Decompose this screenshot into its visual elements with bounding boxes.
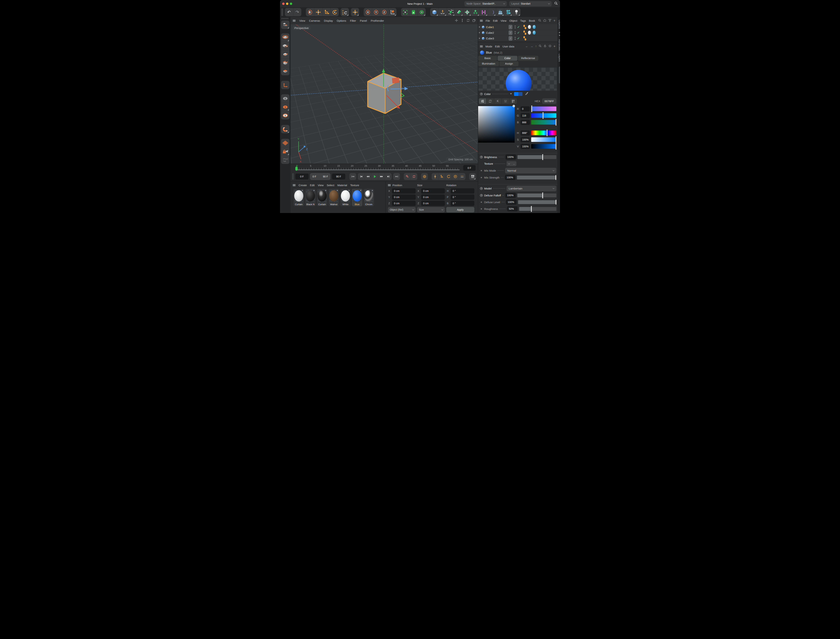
maximize-window-button[interactable] bbox=[290, 3, 292, 5]
viewport-menu-icon[interactable] bbox=[293, 20, 295, 22]
tab-illumination[interactable]: Illumination bbox=[478, 61, 499, 66]
object-manager-menu-icon[interactable] bbox=[480, 20, 483, 22]
defuse-falloff-radio[interactable] bbox=[480, 194, 483, 197]
position-z-field[interactable]: 0 cm bbox=[392, 201, 416, 206]
phong-tag-icon[interactable] bbox=[523, 30, 526, 35]
material-preview[interactable] bbox=[478, 68, 557, 91]
points-mode-button[interactable] bbox=[281, 50, 289, 59]
apply-button[interactable]: Apply bbox=[446, 207, 474, 213]
mixer-mode-button[interactable] bbox=[502, 98, 509, 104]
material-tile[interactable]: Black N bbox=[305, 189, 316, 206]
edge-mode-button[interactable] bbox=[281, 59, 289, 67]
size-x-field[interactable]: 0 cm bbox=[421, 188, 445, 194]
material-tile[interactable]: Curtain bbox=[294, 189, 304, 206]
material-tile-selected[interactable]: Blue bbox=[352, 189, 362, 206]
redo-button[interactable]: ↷ bbox=[293, 8, 301, 16]
add-field-button[interactable] bbox=[487, 8, 496, 16]
mix-strength-slider[interactable] bbox=[517, 176, 556, 180]
scroll-up-icon[interactable] bbox=[559, 32, 560, 33]
undo-button[interactable]: ↶ bbox=[285, 8, 293, 16]
3d-viewport[interactable]: Y Z X Perspective Grid Spacing: 100 cm bbox=[291, 24, 478, 164]
snap-off-button[interactable]: S bbox=[281, 94, 289, 103]
visibility-toggle[interactable]: / bbox=[508, 25, 513, 29]
g-value-field[interactable]: 118 bbox=[521, 113, 530, 118]
om-menu-view[interactable]: View bbox=[500, 19, 507, 22]
swatches-mode-button[interactable] bbox=[510, 98, 517, 104]
om-menu-book[interactable]: Book bbox=[529, 19, 535, 22]
v-slider[interactable] bbox=[531, 144, 556, 149]
record-rotation-button[interactable] bbox=[445, 173, 452, 180]
lock-z-axis-button[interactable]: Z bbox=[380, 8, 388, 16]
snap-on-button[interactable]: S bbox=[281, 103, 289, 111]
visibility-toggle[interactable]: / bbox=[508, 36, 513, 41]
play-button[interactable] bbox=[372, 173, 378, 180]
lock-icon[interactable] bbox=[544, 45, 546, 48]
toggle-viewport-icon[interactable] bbox=[472, 19, 476, 22]
picker-handle[interactable] bbox=[513, 105, 515, 107]
model-mode-button[interactable] bbox=[281, 33, 289, 42]
white-material-tag-icon[interactable] bbox=[528, 25, 531, 29]
tab-basic[interactable]: Basic bbox=[478, 56, 497, 61]
tab-assign[interactable]: Assign bbox=[500, 61, 518, 66]
s-value-field[interactable]: 100% bbox=[521, 137, 530, 142]
attr-menu-mode[interactable]: Mode bbox=[486, 45, 492, 48]
record-position-button[interactable] bbox=[432, 173, 438, 180]
color-picker-square[interactable] bbox=[478, 106, 514, 143]
blue-material-tag-icon[interactable] bbox=[533, 31, 536, 35]
attr-menu-edit[interactable]: Edit bbox=[495, 45, 500, 48]
add-deformer-button[interactable] bbox=[480, 8, 487, 16]
add-spline-pen-button[interactable] bbox=[438, 8, 446, 16]
viewport-menu-options[interactable]: Options bbox=[337, 19, 346, 22]
move-tool-button[interactable] bbox=[314, 8, 322, 16]
available-tools-button[interactable] bbox=[351, 8, 359, 16]
position-y-field[interactable]: 0 cm bbox=[392, 195, 416, 200]
om-menu-object[interactable]: Object bbox=[509, 19, 517, 22]
color-expand-icon[interactable] bbox=[510, 93, 512, 95]
position-x-field[interactable]: 0 cm bbox=[392, 188, 416, 194]
color-radio[interactable] bbox=[480, 93, 483, 95]
autokey-button[interactable] bbox=[404, 173, 411, 180]
add-camera-button[interactable] bbox=[504, 8, 512, 16]
nav-back-icon[interactable]: ← bbox=[526, 45, 528, 48]
h-value-field[interactable]: 888° bbox=[521, 130, 530, 135]
roughness-value-field[interactable]: 50% bbox=[507, 206, 518, 211]
white-material-tag-icon[interactable] bbox=[528, 31, 531, 35]
keying-settings-button[interactable] bbox=[421, 173, 428, 180]
open-timeline-button[interactable] bbox=[469, 173, 476, 180]
snap-settings-button[interactable]: S bbox=[281, 111, 289, 119]
attr-search-icon[interactable] bbox=[539, 45, 541, 48]
visibility-dots[interactable] bbox=[514, 31, 516, 34]
size-y-field[interactable]: 0 cm bbox=[421, 195, 445, 200]
lock-workplane-button[interactable] bbox=[281, 147, 289, 156]
phong-tag-icon[interactable] bbox=[523, 25, 526, 29]
hex-value-field[interactable]: 0076FF bbox=[542, 98, 556, 104]
transport-drag-handle[interactable] bbox=[292, 173, 294, 180]
om-menu-edit[interactable]: Edit bbox=[493, 19, 498, 22]
b-slider[interactable] bbox=[531, 120, 556, 124]
brightness-value-field[interactable]: 100% bbox=[505, 154, 516, 160]
range-slider[interactable]: 0 F 90 F bbox=[310, 173, 330, 180]
enabled-check-icon[interactable]: ✓ bbox=[517, 25, 520, 29]
r-value-field[interactable]: 0 bbox=[521, 106, 530, 111]
viewport-menu-panel[interactable]: Panel bbox=[360, 19, 367, 22]
model-dropdown[interactable]: Lambertain bbox=[507, 186, 556, 191]
sidebar-drag-handle[interactable] bbox=[282, 18, 289, 19]
add-plane-object-button[interactable] bbox=[455, 8, 463, 16]
attr-menu-userdata[interactable]: User data bbox=[502, 45, 514, 48]
rewind-button[interactable] bbox=[365, 173, 372, 180]
size-mode-dropdown[interactable]: Size bbox=[417, 207, 445, 213]
rotate-tool-button[interactable] bbox=[330, 8, 339, 16]
expand-icon[interactable] bbox=[479, 26, 480, 28]
texture-mode-button[interactable] bbox=[281, 42, 289, 50]
render-settings-button[interactable] bbox=[418, 8, 426, 16]
material-tile[interactable]: White bbox=[340, 189, 351, 206]
viewport-menu-prorender[interactable]: ProRender bbox=[371, 19, 384, 22]
expand-icon[interactable] bbox=[479, 32, 480, 33]
scrollbar-thumb[interactable] bbox=[559, 67, 560, 83]
model-radio[interactable] bbox=[480, 187, 483, 190]
om-filter-icon[interactable] bbox=[548, 19, 551, 22]
h-slider[interactable] bbox=[531, 130, 556, 135]
material-tile[interactable]: Chrom bbox=[364, 189, 374, 206]
brightness-radio[interactable] bbox=[480, 156, 483, 159]
brightness-slider[interactable] bbox=[518, 155, 556, 159]
